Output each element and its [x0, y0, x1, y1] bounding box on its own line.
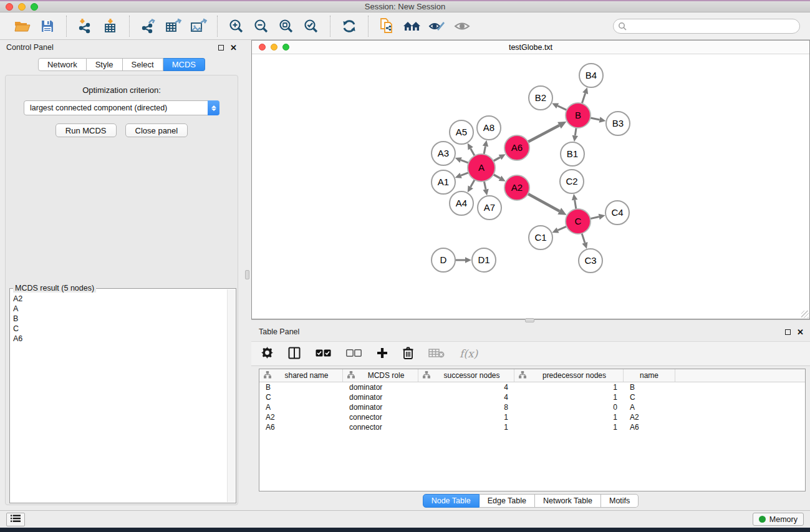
list-item[interactable]: A2 [13, 294, 224, 304]
graph-edge-A-A1[interactable] [461, 172, 469, 175]
close-panel-icon[interactable]: ✕ [797, 329, 804, 335]
graph-node-label: A6 [511, 142, 523, 153]
close-window-button[interactable] [6, 3, 13, 11]
float-panel-icon[interactable] [785, 329, 791, 335]
graph-edge-B-B3[interactable] [590, 118, 600, 120]
table-panel: Table Panel ✕ [251, 324, 810, 510]
graph-edge-A6-B[interactable] [528, 125, 559, 142]
zoom-in-button[interactable] [224, 16, 249, 37]
refresh-button[interactable] [337, 16, 362, 37]
show-columns-button[interactable] [288, 347, 301, 361]
graph-edge-A2-C[interactable] [528, 193, 560, 211]
tab-select[interactable]: Select [123, 58, 163, 71]
open-session-button[interactable] [10, 16, 35, 37]
save-session-button[interactable] [35, 16, 60, 37]
table-row[interactable]: A2connector11A2 [259, 412, 805, 422]
close-panel-icon[interactable]: ✕ [230, 45, 237, 51]
column-header-successor-nodes[interactable]: successor nodes [418, 369, 514, 382]
graph-edge-A-A7[interactable] [484, 181, 486, 190]
copy-network-button[interactable] [375, 16, 400, 37]
toolbar-separator [129, 16, 130, 37]
list-item[interactable]: A [13, 304, 224, 314]
graph-edge-A-A3[interactable] [461, 160, 469, 163]
function-builder-button[interactable]: f(x) [460, 347, 478, 360]
graph-edge-C-C3[interactable] [582, 233, 585, 243]
tab-network-table[interactable]: Network Table [535, 494, 601, 508]
zoom-selected-button[interactable] [299, 16, 324, 37]
list-item[interactable]: C [13, 324, 224, 334]
graph-edge-B-B2[interactable] [557, 106, 567, 110]
resize-grip[interactable] [801, 311, 809, 318]
delete-table-button[interactable] [428, 348, 445, 360]
tab-node-table[interactable]: Node Table [423, 494, 480, 508]
create-column-button[interactable] [377, 347, 388, 360]
zoom-out-button[interactable] [249, 16, 274, 37]
show-graphics-details-button[interactable] [450, 16, 475, 37]
result-scrollbar[interactable] [227, 289, 235, 502]
two-houses-icon [403, 19, 422, 34]
list-item[interactable]: B [13, 314, 224, 324]
export-image-button[interactable] [186, 16, 211, 37]
column-header-shared-name[interactable]: shared name [259, 369, 343, 382]
criterion-select[interactable]: largest connected component (directed) [24, 100, 219, 115]
table-cell: 1 [514, 412, 624, 422]
export-network-button[interactable] [136, 16, 161, 37]
list-item[interactable]: A6 [13, 334, 224, 344]
home-views-button[interactable] [400, 16, 425, 37]
close-view-button[interactable] [259, 44, 266, 51]
zoom-view-button[interactable] [282, 44, 289, 51]
table-row[interactable]: Bdominator41B [259, 382, 805, 392]
graph-edge-B-B1[interactable] [575, 127, 576, 136]
tab-network[interactable]: Network [38, 58, 87, 71]
select-all-button[interactable] [316, 349, 331, 359]
memory-status-icon [759, 516, 766, 523]
graph-edge-C-C4[interactable] [590, 217, 599, 219]
zoom-fit-button[interactable] [274, 16, 299, 37]
graph-edge-C-C2[interactable] [575, 200, 576, 210]
import-network-button[interactable] [73, 16, 98, 37]
zoom-window-button[interactable] [31, 3, 38, 11]
run-mcds-button[interactable]: Run MCDS [55, 123, 117, 137]
tab-style[interactable]: Style [87, 58, 123, 71]
graph-node-label: B4 [586, 70, 597, 80]
export-table-button[interactable] [161, 16, 186, 37]
export-table-icon [165, 18, 182, 34]
graph-edge-A-A6[interactable] [493, 157, 500, 162]
column-header-MCDS-role[interactable]: MCDS role [343, 369, 418, 382]
graph-edge-A-A2[interactable] [493, 174, 500, 178]
divider-handle[interactable] [245, 270, 249, 279]
tab-mcds[interactable]: MCDS [163, 58, 205, 71]
divider-handle[interactable] [525, 318, 534, 322]
memory-button[interactable]: Memory [753, 513, 804, 526]
import-table-button[interactable] [98, 16, 123, 37]
task-history-button[interactable] [6, 513, 25, 526]
graph-edge-A-A5[interactable] [471, 148, 475, 157]
network-canvas[interactable]: B4B2BB3B1A5A8A6A3AA1A4A7A2C2CC4C1C3DD1 [252, 54, 809, 319]
graph-edge-B-B4[interactable] [582, 94, 586, 104]
eye-pen-icon [428, 19, 446, 33]
graph-edge-A-A8[interactable] [484, 146, 486, 155]
minimize-window-button[interactable] [18, 3, 26, 11]
table-row[interactable]: Adominator80A [259, 402, 805, 412]
app-title: Session: New Session [365, 2, 445, 11]
graph-edge-C-C1[interactable] [558, 226, 567, 231]
delete-columns-button[interactable] [403, 347, 413, 361]
minimize-view-button[interactable] [271, 44, 277, 51]
hide-graphics-details-button[interactable] [425, 16, 450, 37]
tab-motifs[interactable]: Motifs [601, 494, 639, 508]
search-input[interactable] [613, 19, 800, 34]
table-row[interactable]: Cdominator41C [259, 392, 805, 402]
table-row[interactable]: A6connector11A6 [259, 422, 805, 432]
deselect-all-button[interactable] [346, 349, 362, 359]
float-panel-icon[interactable] [218, 45, 224, 51]
tab-edge-table[interactable]: Edge Table [480, 494, 535, 508]
column-header-predecessor-nodes[interactable]: predecessor nodes [514, 369, 624, 382]
graph-edge-A-A4[interactable] [471, 179, 475, 187]
graph-node-label: A [478, 162, 485, 173]
network-window-titlebar[interactable]: testGlobe.txt [252, 41, 809, 54]
zoom-fit-icon [278, 18, 294, 34]
fx-icon: f(x) [460, 347, 478, 360]
column-header-name[interactable]: name [624, 369, 675, 382]
table-options-button[interactable] [261, 347, 273, 360]
close-panel-button[interactable]: Close panel [125, 123, 188, 137]
